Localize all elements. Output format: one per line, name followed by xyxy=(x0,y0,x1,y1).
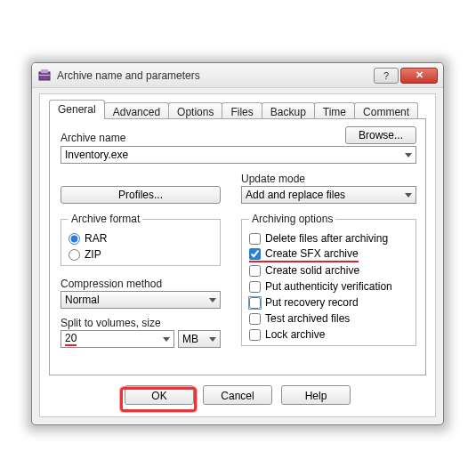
chevron-down-icon xyxy=(209,337,216,342)
tab-time[interactable]: Time xyxy=(314,102,355,119)
check-create-sfx[interactable]: Create SFX archive xyxy=(249,246,359,262)
window-title: Archive name and parameters xyxy=(57,69,372,82)
update-mode-value: Add and replace files xyxy=(246,189,345,201)
check-recovery[interactable]: Put recovery record xyxy=(249,294,408,311)
cancel-button[interactable]: Cancel xyxy=(203,385,272,405)
archive-format-group: Archive format RAR ZIP xyxy=(61,213,221,266)
chevron-down-icon xyxy=(405,153,412,157)
split-label: Split to volumes, size xyxy=(61,317,161,329)
archiving-options-group: Archiving options Delete files after arc… xyxy=(241,213,416,346)
ok-highlight xyxy=(120,387,197,412)
help-button[interactable]: ? xyxy=(374,68,399,84)
update-mode-label: Update mode xyxy=(241,173,305,185)
client-area: General Advanced Options Files Backup Ti… xyxy=(39,93,436,417)
split-value: 20 xyxy=(65,332,77,346)
tab-options[interactable]: Options xyxy=(168,102,222,119)
split-value-field[interactable]: 20 xyxy=(61,330,174,348)
svg-rect-2 xyxy=(39,75,50,76)
titlebar: Archive name and parameters ? ✕ xyxy=(32,63,443,88)
update-mode-select[interactable]: Add and replace files xyxy=(241,186,416,204)
tab-panel-general: Browse... Archive name Inventory.exe Pro… xyxy=(49,118,426,375)
compression-label: Compression method xyxy=(61,278,162,290)
tab-files[interactable]: Files xyxy=(222,102,262,119)
split-unit-select[interactable]: MB xyxy=(178,330,221,348)
profiles-button[interactable]: Profiles... xyxy=(61,186,221,204)
check-lock[interactable]: Lock archive xyxy=(249,327,408,343)
tab-strip: General Advanced Options Files Backup Ti… xyxy=(49,100,426,119)
browse-button[interactable]: Browse... xyxy=(345,126,416,144)
radio-zip[interactable]: ZIP xyxy=(69,246,213,262)
chevron-down-icon xyxy=(163,337,170,342)
close-button[interactable]: ✕ xyxy=(400,68,438,84)
split-unit: MB xyxy=(182,333,198,345)
archive-name-field[interactable]: Inventory.exe xyxy=(61,146,416,164)
app-icon xyxy=(37,69,52,83)
chevron-down-icon xyxy=(405,193,412,198)
dialog-footer: OK Cancel Help xyxy=(40,381,435,409)
check-test[interactable]: Test archived files xyxy=(249,311,408,327)
radio-rar[interactable]: RAR xyxy=(69,230,213,246)
archive-name-value: Inventory.exe xyxy=(65,149,128,161)
chevron-down-icon xyxy=(209,298,216,303)
dialog-window: Archive name and parameters ? ✕ General … xyxy=(31,62,444,425)
check-delete-after[interactable]: Delete files after archiving xyxy=(249,230,408,246)
compression-value: Normal xyxy=(65,294,100,306)
archive-name-label: Archive name xyxy=(61,132,125,144)
check-create-solid[interactable]: Create solid archive xyxy=(249,262,408,278)
svg-rect-1 xyxy=(41,69,48,73)
check-authenticity[interactable]: Put authenticity verification xyxy=(249,278,408,294)
tab-backup[interactable]: Backup xyxy=(262,102,315,119)
tab-comment[interactable]: Comment xyxy=(354,102,418,119)
archiving-options-legend: Archiving options xyxy=(249,213,335,225)
compression-select[interactable]: Normal xyxy=(61,291,221,309)
tab-advanced[interactable]: Advanced xyxy=(104,102,169,119)
archive-format-legend: Archive format xyxy=(69,213,142,225)
svg-rect-0 xyxy=(39,72,50,80)
tab-general[interactable]: General xyxy=(49,100,105,119)
help-button-footer[interactable]: Help xyxy=(281,385,351,405)
